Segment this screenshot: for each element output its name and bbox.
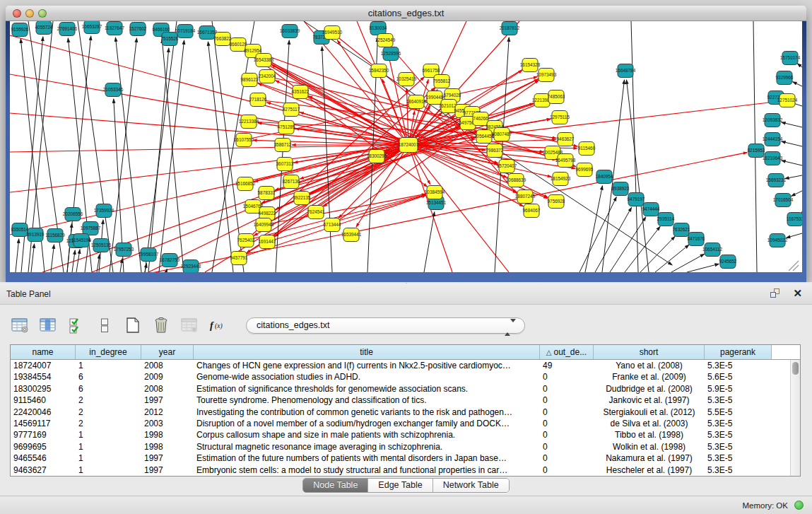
graph-node[interactable]: 12528596 [381,47,401,61]
table-row[interactable]: 969969511998Structural magnetic resonanc… [11,441,790,452]
graph-node[interactable]: 8130034 [370,22,387,35]
graph-node[interactable]: 9329966 [776,71,794,85]
column-header-pagerank[interactable]: pagerank [705,345,772,359]
graph-node[interactable]: 16949510 [322,26,343,40]
graph-node[interactable]: 20206556 [63,208,83,221]
table-column-icon[interactable] [38,315,58,335]
graph-node[interactable]: 1840954 [596,170,613,184]
graph-node[interactable]: 3913919 [27,228,45,242]
graph-node[interactable]: 7986372 [486,144,504,158]
column-header-year[interactable]: year [141,345,194,359]
graph-node[interactable]: 3607313 [276,158,294,171]
graph-node[interactable]: 10975887 [81,222,101,235]
graph-node[interactable]: 6713444 [324,218,341,232]
graph-node[interactable]: 16543388 [254,54,274,67]
graph-node[interactable]: 16210643 [763,152,783,165]
table-row[interactable]: 977716911998Corpus callosum shape and si… [11,429,790,440]
graph-node[interactable]: 10654112 [702,243,722,257]
graph-node[interactable]: 15751074 [780,52,801,65]
delete-rows-icon[interactable] [151,315,171,335]
graph-node[interactable]: 4055724 [35,21,53,35]
graph-node[interactable]: 16782759 [160,254,180,267]
table-row[interactable]: 1872400712008Changes of HCN gene express… [11,360,790,371]
graph-node[interactable]: 17359924 [94,204,114,218]
graph-node[interactable]: 18154923 [551,173,571,186]
column-checks-icon[interactable] [66,315,86,335]
table-row[interactable]: 1456911722003Disruption of a novel membe… [11,418,790,429]
graph-node[interactable]: 12444154 [763,133,783,146]
graph-node[interactable]: 15166852 [235,177,256,191]
graph-node[interactable]: 8938923 [612,182,630,196]
graph-node[interactable]: 15842350 [369,64,389,78]
graph-node[interactable]: 18640910 [406,95,427,109]
column-header-out_de[interactable]: △out_de... [540,345,594,359]
graph-node[interactable]: 746266 [473,112,488,126]
graph-node[interactable]: 1691447 [259,235,276,249]
graph-node[interactable]: 2935114 [657,213,675,226]
graph-node[interactable]: 1167533 [787,213,802,226]
table-row[interactable]: 911546021997Tourette syndrome. Phenomeno… [11,395,790,406]
graph-node[interactable]: 20187612 [500,22,520,35]
graph-node[interactable]: 18724007 [399,138,419,153]
graph-node[interactable]: 9684067 [523,204,541,218]
network-graph[interactable]: 9155926405572427691406106532871182764715… [10,21,802,272]
network-canvas[interactable]: 9155926405572427691406106532871182764715… [10,21,802,272]
graph-node[interactable]: 9699695 [576,163,594,177]
graph-node[interactable]: 10945022 [767,234,788,247]
graph-node[interactable]: 12923448 [181,260,201,273]
graph-node[interactable]: 4275117 [283,103,300,117]
graph-node[interactable]: 11827647 [105,22,124,35]
close-icon[interactable]: ✕ [793,287,802,300]
graph-node[interactable]: 7485063 [548,90,565,104]
graph-node[interactable]: 18807249 [515,190,536,204]
table-row[interactable]: 946362711997Embryonic stem cells: a mode… [11,465,790,476]
graph-node[interactable]: 9155926 [11,23,29,37]
graph-node[interactable]: 1527602 [129,23,147,36]
graph-node[interactable]: 7625402 [237,234,255,247]
graph-node[interactable]: 2342004 [259,70,276,83]
float-icon[interactable] [770,288,781,299]
graph-node[interactable]: 7955812 [433,75,451,88]
graph-node[interactable]: 3586712 [274,139,292,152]
graph-node[interactable]: 6479197 [628,193,645,206]
new-document-icon[interactable] [123,315,143,335]
graph-node[interactable]: 8471676 [688,233,705,246]
graph-node[interactable]: 7515526 [161,33,179,46]
graph-node[interactable]: 9463627 [557,133,575,146]
graph-node[interactable]: 12093832 [763,114,783,127]
graph-node[interactable]: 7624541 [307,206,325,219]
table-row[interactable]: 1830029562008Estimation of significance … [11,383,790,395]
network-table-select[interactable]: citations_edges.txt [246,317,525,334]
tab-edge-table[interactable]: Edge Table [368,479,433,492]
table-settings-icon[interactable] [10,315,30,335]
graph-node[interactable]: 12505135 [91,239,112,252]
graph-node[interactable]: 7632621 [673,223,690,237]
column-header-short[interactable]: short [594,345,705,359]
graph-node[interactable]: 16033839 [280,25,300,38]
column-header-in_degree[interactable]: in_degree [76,345,141,359]
graph-node[interactable]: 12751024 [777,94,798,107]
graph-node[interactable]: 12213384 [239,115,259,129]
column-header-title[interactable]: title [194,345,540,359]
graph-node[interactable]: 10973493 [536,69,557,82]
graph-node[interactable]: 27691406 [57,23,78,36]
graph-node[interactable]: 10653287 [82,21,102,34]
column-header-name[interactable]: name [11,345,76,359]
graph-node[interactable]: 15693231 [766,174,787,187]
graph-node[interactable]: 2718126 [249,93,267,107]
graph-node[interactable]: 11156829 [45,229,65,243]
delete-table-icon[interactable] [180,315,199,335]
vertical-scrollbar[interactable] [790,360,800,476]
graph-node[interactable]: 9896123 [241,74,259,87]
graph-node[interactable]: 10384594 [425,186,445,199]
graph-node[interactable]: 17016504 [773,194,794,207]
scrollbar-thumb[interactable] [792,362,799,375]
table-row[interactable]: 2242004622012Investigating the contribut… [11,407,790,418]
graph-node[interactable]: 8267130 [283,175,300,189]
graph-node[interactable]: 19958107 [139,248,159,262]
graph-node[interactable]: 16154328 [520,59,541,72]
graph-node[interactable]: 12975115 [550,111,570,124]
graph-node[interactable]: 3922135 [293,192,311,205]
tab-node-table[interactable]: Node Table [303,479,368,492]
graph-node[interactable]: 16539441 [341,228,362,242]
